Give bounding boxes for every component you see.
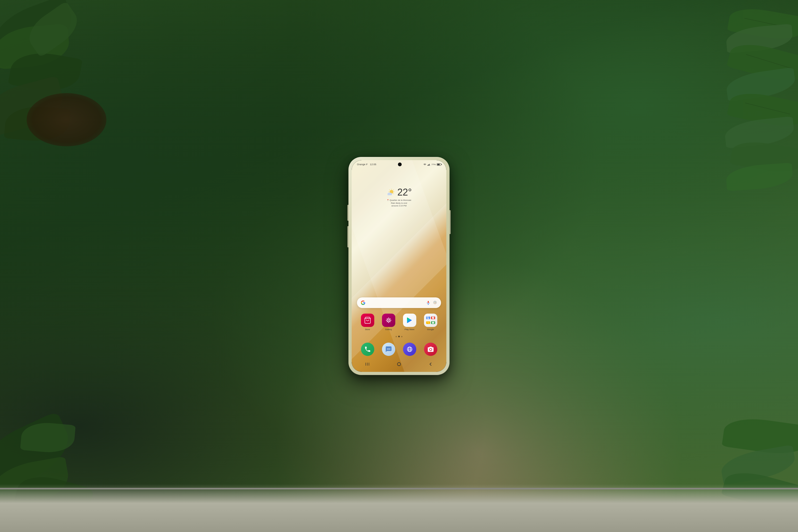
status-icons: 77% (423, 163, 441, 166)
weather-description: Rain likely to end around 2:15 PM (373, 202, 425, 208)
svg-rect-46 (397, 363, 401, 366)
power-button[interactable] (450, 210, 451, 234)
svg-point-24 (388, 322, 389, 323)
shelf (0, 484, 798, 532)
camera-icon (424, 343, 437, 356)
play-store-icon (403, 314, 416, 327)
app-store[interactable]: Store (360, 314, 376, 331)
phone-screen: Orange F 12:05 (352, 160, 446, 372)
page-dot-1 (396, 336, 397, 337)
shelf-edge (0, 488, 798, 490)
volume-up-button[interactable] (347, 205, 348, 221)
svg-point-42 (430, 349, 432, 350)
svg-point-36 (389, 348, 390, 349)
app-gallery[interactable]: Gallery (381, 314, 397, 331)
store-label: Store (365, 328, 370, 331)
time-label: 12:05 (370, 163, 376, 166)
lens-icon[interactable] (433, 301, 437, 305)
dock-browser[interactable] (402, 343, 418, 356)
app-play-store[interactable]: Play Store (402, 314, 418, 331)
svg-point-30 (390, 318, 391, 320)
svg-point-22 (388, 320, 389, 321)
gallery-label: Gallery (385, 328, 392, 331)
search-right-icons (426, 301, 437, 305)
wifi-icon (423, 163, 426, 166)
svg-rect-12 (428, 301, 429, 303)
nav-bar (352, 359, 446, 372)
svg-line-7 (393, 190, 394, 190)
phone-shell: Orange F 12:05 (348, 157, 450, 375)
battery-percent: 77% (432, 163, 436, 166)
page-indicators (396, 336, 402, 337)
front-camera (398, 163, 401, 166)
home-button[interactable] (395, 360, 403, 368)
google-icon (424, 314, 437, 327)
signal-icon (428, 163, 431, 166)
svg-line-6 (393, 194, 394, 194)
store-icon (361, 314, 374, 327)
camera-notch (398, 163, 401, 166)
svg-point-19 (435, 302, 436, 304)
play-store-label: Play Store (404, 328, 414, 331)
svg-point-35 (388, 348, 389, 349)
dock (352, 343, 446, 356)
back-button[interactable] (427, 360, 435, 368)
app-google[interactable]: Google (423, 314, 439, 331)
google-g-icon (361, 300, 365, 305)
dock-camera[interactable] (423, 343, 439, 356)
gallery-icon (382, 314, 395, 327)
battery-icon (437, 163, 441, 166)
svg-point-26 (390, 320, 391, 321)
svg-point-29 (387, 321, 388, 322)
svg-point-25 (386, 320, 387, 321)
google-search-bar[interactable] (357, 298, 441, 308)
carrier-label: Orange F (357, 163, 367, 166)
volume-down-button[interactable] (347, 226, 348, 247)
weather-widget[interactable]: 22° 📍 Quartier de la Monnaie Rain likely… (373, 187, 425, 208)
recent-apps-button[interactable] (363, 360, 371, 368)
status-bar: Orange F 12:05 (352, 160, 446, 169)
svg-point-27 (387, 318, 388, 320)
svg-rect-11 (387, 193, 392, 195)
carrier-time: Orange F 12:05 (357, 163, 376, 166)
mic-icon[interactable] (426, 301, 431, 305)
app-row-1: Store (352, 314, 446, 331)
page-dot-3 (401, 336, 402, 337)
screen-bezel: Orange F 12:05 (352, 160, 446, 372)
weather-location: 📍 Quartier de la Monnaie (373, 199, 425, 201)
google-label: Google (427, 328, 434, 331)
svg-point-34 (387, 348, 388, 349)
dock-phone[interactable] (360, 343, 376, 356)
svg-point-28 (390, 321, 391, 322)
weather-icon (386, 189, 395, 196)
svg-line-5 (390, 190, 390, 190)
page-dot-2 (398, 336, 400, 337)
svg-point-23 (388, 318, 389, 319)
weather-temperature: 22° (373, 187, 425, 198)
phone-icon (361, 343, 374, 356)
dock-messages[interactable] (381, 343, 397, 356)
messages-icon (382, 343, 395, 356)
phone: Orange F 12:05 (348, 157, 450, 375)
dirt-patch (26, 93, 107, 146)
browser-icon (403, 343, 416, 356)
